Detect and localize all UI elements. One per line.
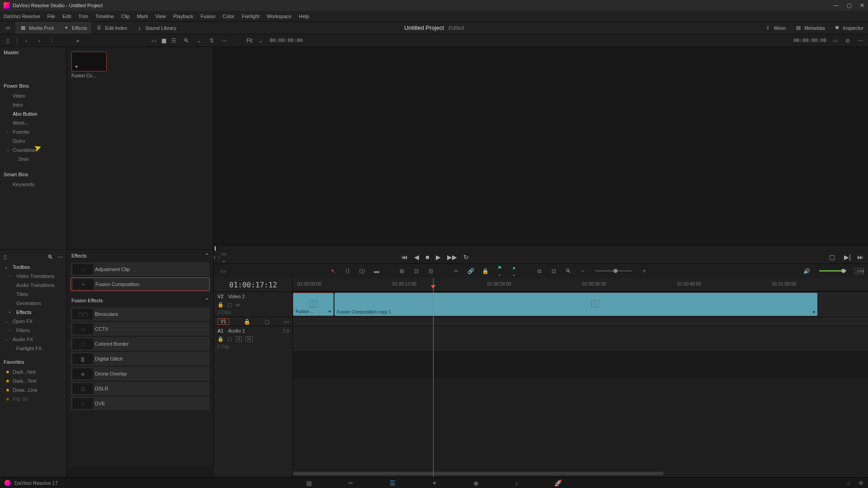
media-pool-toggle[interactable]: ▦ Media Pool <box>15 22 58 34</box>
inspector-toggle[interactable]: ✱ Inspector <box>830 25 868 31</box>
snapping-toggle[interactable]: ⧉ <box>535 268 544 274</box>
track-v1[interactable] <box>293 317 868 326</box>
fairlight-page[interactable]: ♪ <box>515 479 518 487</box>
metadata-view[interactable]: ▭ <box>150 37 158 45</box>
prev-frame-button[interactable]: ◀ <box>414 253 419 261</box>
zoom-slider[interactable] <box>595 270 632 272</box>
dynamic-trim-tool[interactable]: ⟨|⟩ <box>358 268 367 274</box>
first-frame-button[interactable]: ⏮ <box>401 253 408 261</box>
insert-dropdown[interactable]: ▭ ⌄ <box>222 253 230 261</box>
lock-icon[interactable]: 🔒 <box>244 319 250 325</box>
fx-adjustment-clip[interactable]: ▭ Adjustment Clip <box>71 263 210 276</box>
menu-playback[interactable]: Playback <box>173 14 193 19</box>
zoom-minus[interactable]: − <box>578 268 587 274</box>
color-page[interactable]: ◉ <box>473 479 479 487</box>
track-a1[interactable] <box>293 326 868 351</box>
playhead[interactable] <box>433 278 434 477</box>
fx-dve[interactable]: ◇DVE <box>71 397 210 410</box>
volume-icon[interactable]: 🔊 <box>802 268 811 274</box>
fx-generators[interactable]: Generators <box>0 299 66 308</box>
minimize-button[interactable]: — <box>833 2 839 9</box>
position-lock[interactable]: 🔒 <box>481 268 490 274</box>
metadata-toggle[interactable]: ▤ Metadata <box>791 25 830 31</box>
nav-forward[interactable]: › <box>35 37 43 45</box>
selection-tool[interactable]: ↖ <box>329 268 338 274</box>
bypass-fx[interactable]: ⊘ <box>844 37 852 45</box>
master-bin[interactable]: Master <box>0 47 66 58</box>
media-clip-fusion[interactable]: Fusion Co... <box>71 52 107 78</box>
fx-filters[interactable]: ›Filters <box>0 326 66 335</box>
menu-resolve[interactable]: DaVinci Resolve <box>4 14 40 19</box>
fx-binoculars[interactable]: ◯◯Binoculars <box>71 307 210 321</box>
auto-select-icon[interactable]: ▢ <box>227 302 232 308</box>
timeline-scrollbar[interactable] <box>293 472 664 475</box>
marker-dropdown[interactable]: ● ⌄ <box>509 265 519 277</box>
menu-timeline[interactable]: Timeline <box>95 14 114 19</box>
lock-icon[interactable]: 🔒 <box>217 336 224 342</box>
link-clips[interactable]: 🔗 <box>466 268 475 274</box>
project-settings-button[interactable]: ⚙ <box>859 480 863 486</box>
overwrite-clip[interactable]: ⊡ <box>412 268 421 274</box>
fav-dark-hird[interactable]: ★Dark...hird <box>0 367 66 376</box>
clip-fusion-2[interactable]: ◫ Fusion Composition copy 1 ✦ <box>335 293 817 316</box>
fx-titles[interactable]: Titles <box>0 290 66 299</box>
menu-fusion[interactable]: Fusion <box>201 14 216 19</box>
viewer-layout[interactable]: ▭ <box>831 37 839 45</box>
import-media[interactable]: ⤵ <box>47 37 56 45</box>
linked-move[interactable]: ⊡ <box>549 268 558 274</box>
fx-drone-overlay[interactable]: ◉Drone Overlay <box>71 367 210 380</box>
nav-back[interactable]: ‹ <box>22 37 30 45</box>
panel-toggle-icon[interactable]: ▯ <box>4 254 7 260</box>
match-frame-button[interactable]: ▢ <box>829 253 835 261</box>
sort-dropdown[interactable]: ⌄ <box>195 37 203 45</box>
fusion-page[interactable]: ✦ <box>432 479 437 487</box>
fx-fairlight[interactable]: Fairlight FX <box>0 344 66 353</box>
home-button[interactable]: ⌂ <box>847 480 850 486</box>
auto-select-icon[interactable]: ▢ <box>264 319 269 325</box>
insert-clip[interactable]: ⊞ <box>397 268 406 274</box>
bin-abo-button[interactable]: Abo Button <box>0 109 66 118</box>
replace-clip[interactable]: ⊟ <box>426 268 435 274</box>
volume-slider[interactable] <box>819 270 846 272</box>
edit-page[interactable]: ☰ <box>390 479 396 487</box>
fx-audio-transitions[interactable]: Audio Transitions <box>0 281 66 290</box>
next-edit[interactable]: › <box>218 254 220 260</box>
search-fx-icon[interactable]: 🔍︎ <box>47 254 53 260</box>
fx-dslr[interactable]: ◫DSLR <box>71 382 210 395</box>
viewer-scrubber[interactable] <box>215 246 216 251</box>
bin-intro[interactable]: Intro <box>0 100 66 109</box>
viewer-zoom[interactable]: Fit <box>246 38 252 44</box>
power-bins-header[interactable]: Power Bins <box>0 80 66 91</box>
next-frame-button[interactable]: ▶▶ <box>447 253 457 261</box>
cut-page[interactable]: ✂ <box>348 479 354 487</box>
bin-2min[interactable]: 2min <box>0 155 66 164</box>
timeline-timecode[interactable]: 01:00:17:12 <box>214 278 292 291</box>
maximize-button[interactable]: ▢ <box>847 2 852 9</box>
fullscreen-toggle[interactable]: ▭ <box>0 22 15 34</box>
mute-icon[interactable]: M <box>245 336 253 342</box>
menu-clip[interactable]: Clip <box>121 14 130 19</box>
menu-trim[interactable]: Trim <box>78 14 88 19</box>
track-header-v1[interactable]: V1 🔒 ▢ ▭ <box>214 317 292 326</box>
menu-workspace[interactable]: Workspace <box>267 14 292 19</box>
fusion-effects-group-header[interactable]: Fusion Effects⌃ <box>67 295 213 306</box>
timeline-view-options[interactable]: ▭ <box>218 268 227 274</box>
disable-video-icon[interactable]: ▭ <box>236 302 240 308</box>
disable-video-icon[interactable]: ▭ <box>284 319 289 325</box>
search-media[interactable]: 🔍︎ <box>182 37 190 45</box>
flag-dropdown[interactable]: ⚑ ⌄ <box>495 265 504 277</box>
fx-video-transitions[interactable]: ›Video Transitions <box>0 272 66 281</box>
fx-fusion-composition[interactable]: ✦ Fusion Composition <box>71 277 210 291</box>
filter-media[interactable]: ⇅ <box>208 37 216 45</box>
menu-help[interactable]: Help <box>299 14 309 19</box>
close-button[interactable]: ✕ <box>860 2 864 9</box>
menu-file[interactable]: File <box>47 14 56 19</box>
fx-toolbox[interactable]: ⌄Toolbox <box>0 263 66 272</box>
menu-edit[interactable]: Edit <box>62 14 71 19</box>
fx-options-icon[interactable]: ⋯ <box>57 254 63 260</box>
bin-view-toggle[interactable]: ▯ <box>4 37 12 45</box>
fx-cctv[interactable]: ▭CCTV <box>71 322 210 336</box>
solo-icon[interactable]: S <box>236 336 242 342</box>
edit-index-toggle[interactable]: ☰ Edit Index <box>91 22 132 34</box>
timeline-ruler[interactable]: 01:00:00:00 01:00:12:00 01:00:24:00 01:0… <box>293 278 868 291</box>
